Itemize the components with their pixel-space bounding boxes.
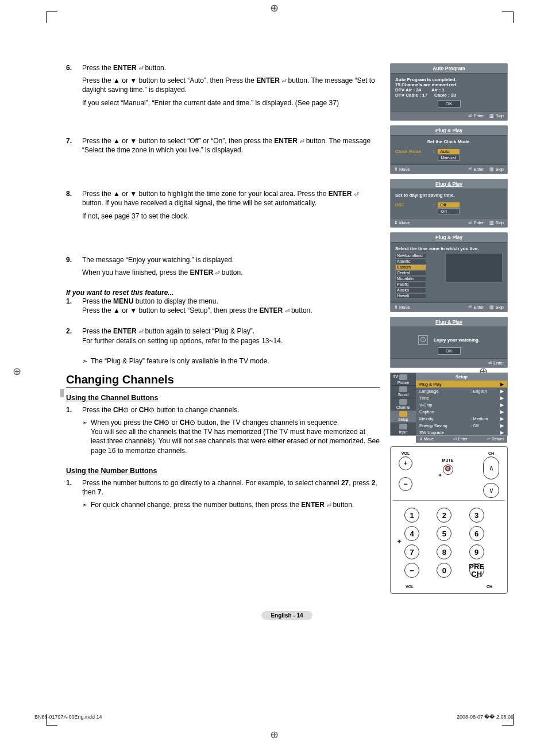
number-button[interactable]: 9 [469,544,484,559]
note-arrow-icon: ➣ [82,500,87,509]
chevron-right-icon: ▶ [499,396,504,401]
number-button[interactable]: − [404,563,419,578]
section-heading: Changing Channels [66,373,380,388]
manual-page: 6.Press the ENTER button.Press the ▲ or … [0,17,548,707]
number-button[interactable]: 6 [469,526,484,541]
vol-up-button[interactable]: + [399,456,412,470]
setup-row[interactable]: SW Upgrade▶ [416,429,507,436]
setup-tab[interactable]: Setup [391,410,416,423]
setup-row[interactable]: Time▶ [416,394,507,401]
step-text: The message “Enjoy your watching.” is di… [82,255,243,264]
tab-icon [399,424,407,429]
step-list: 1. Press the number buttons to go direct… [66,478,380,510]
step-text: Press the CH⊙ or CH⊙ button to change ch… [82,405,380,415]
number-button[interactable]: 0 [437,563,451,578]
pre-ch-button[interactable]: PRECH [469,563,484,578]
timezone-option[interactable]: Mountain [395,276,426,282]
timezone-option[interactable]: Eastern [395,264,426,270]
step-text: When you have finished, press the ENTER … [82,268,243,277]
ch-down-button[interactable]: ∨ [483,483,499,498]
timezone-option[interactable]: Pacific [395,282,426,287]
footer-hint: ⏎ Enter [488,360,504,366]
instruction-column: 6.Press the ENTER button.Press the ▲ or … [66,63,380,594]
timezone-option[interactable]: Hawaii [395,293,426,299]
crop-mark [502,714,514,726]
setup-row[interactable]: Plug & Play▶ [416,381,507,387]
row-key: SW Upgrade [419,430,470,435]
step-number: 2. [66,327,76,345]
number-button[interactable]: 7 [404,544,419,559]
setup-tab[interactable]: Input [391,423,416,436]
number-button[interactable]: 3 [469,508,484,523]
row-key: Melody [419,416,470,421]
osd-line: Auto Program is completed. [395,77,503,82]
mute-label: MUTE [442,458,454,462]
number-button[interactable]: 4 [404,526,419,541]
setup-row[interactable]: Melody: Medium▶ [416,415,507,422]
number-button[interactable]: 2 [437,508,451,523]
row-key: Language [419,389,470,394]
note: ➣ The “Plug & Play” feature is only avai… [82,357,380,365]
option[interactable]: On [438,208,460,214]
option-selected[interactable]: Auto [438,149,460,154]
footer-hint: ▥ Skip [489,167,504,172]
setup-tabs: PictureSoundChannelSetupInput [391,373,416,435]
setup-tab[interactable]: Channel [391,398,416,411]
number-button[interactable]: 5 [437,526,451,541]
osd-line: Cable : 33 [434,93,456,98]
highlight-burst-icon: ✦ [438,472,442,478]
ch-up-button[interactable]: ∧ [483,456,499,479]
number-pad: 123456789−0PRECH [393,503,505,582]
vol-label: VOL [402,451,410,455]
row-value [470,396,499,401]
setup-row[interactable]: V-Chip▶ [416,401,507,408]
reset-heading: If you want to reset this feature... [66,289,380,297]
vol-down-button[interactable]: − [399,477,412,491]
footer-hint: ⏎ Enter [468,220,484,225]
option-selected[interactable]: Off [438,202,460,208]
setup-row[interactable]: Energy Saving: Off▶ [416,422,507,429]
timezone-option[interactable]: Central [395,270,426,276]
setup-row[interactable]: Language: English▶ [416,387,507,394]
option[interactable]: Manual [438,155,460,161]
step-text: Press the ENTER button again to select “… [82,327,283,345]
row-value [470,430,499,435]
step-text: Press the ▲ or ▼ button to select “Auto”… [82,76,380,94]
timezone-option[interactable]: Alaska [395,287,426,293]
number-button[interactable]: 8 [437,544,451,559]
setup-tab[interactable]: Sound [391,386,416,398]
footer-hint: ⏎ Enter [468,305,484,310]
note: ➣ For quick channel change, press the nu… [82,500,380,509]
subsection-heading: Using the Number Buttons [66,467,380,475]
registration-mark: ⊕ [269,3,279,13]
mute-button[interactable] [443,465,453,475]
ok-button[interactable]: OK [438,347,461,355]
step-text: Press the number buttons to go directly … [82,478,380,497]
ok-button[interactable]: OK [438,100,461,108]
osd-column: Auto Program Auto Program is completed. … [390,63,508,594]
number-button[interactable]: 1 [404,508,419,523]
osd-auto-program: Auto Program Auto Program is completed. … [390,63,508,121]
subsection-heading: Using the Channel Buttons [66,394,380,402]
step-list: 1. Press the CH⊙ or CH⊙ button to change… [66,405,380,455]
timezone-option[interactable]: Atlantic [395,259,426,264]
note-arrow-icon: ➣ [82,357,87,365]
print-file: BN68-01797A-00Eng.indd 14 [34,714,102,720]
step-number: 1. [66,478,76,510]
chevron-right-icon: ▶ [499,423,504,428]
footer-hint: ⇕ Move [394,167,410,172]
tab-icon [399,399,407,405]
tab-label: Setup [399,417,408,421]
timezone-option[interactable]: Newfoundland [395,253,426,259]
step-number: 8. [66,189,76,221]
row-key: Plug & Play [419,382,470,387]
info-icon: ⓘ [418,335,428,345]
chevron-right-icon: ▶ [499,389,504,394]
step-number: 1. [66,405,76,455]
osd-subtitle: Set to daylight saving time. [395,193,503,198]
page-number: English - 14 [261,611,312,620]
step-item: 7.Press the ▲ or ▼ button to select “Off… [66,136,380,155]
setup-row[interactable]: Caption▶ [416,408,507,415]
footer-hint: ⇕ Move [419,437,434,442]
footer-hint: ▥ Skip [489,220,504,225]
